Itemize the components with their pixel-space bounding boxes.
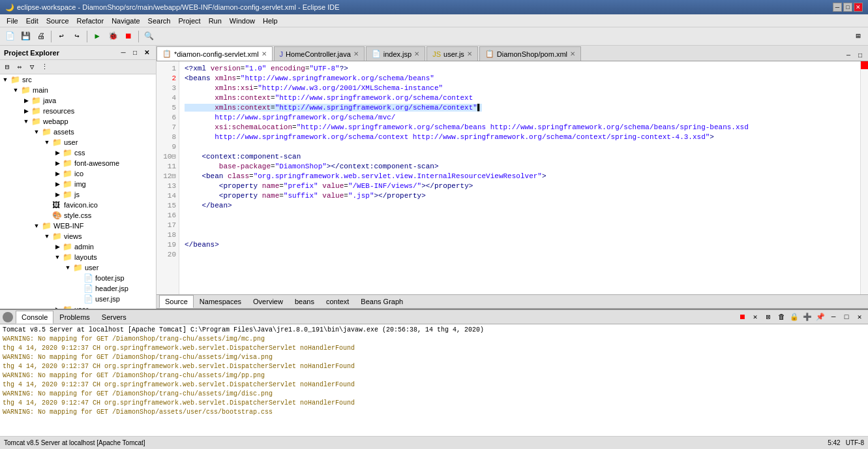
link-editor-btn[interactable]: ⇔: [14, 61, 25, 73]
tab-diamon-config-label: *diamon-config-servlet.xml: [174, 50, 259, 58]
tab-beans[interactable]: beans: [289, 295, 320, 308]
minimize-console-btn[interactable]: ─: [828, 311, 839, 323]
tab-pom-label: DiamonShop/pom.xml: [497, 50, 567, 58]
tree-item-resources[interactable]: ▶ 📁 resources: [0, 106, 156, 116]
console-content: Tomcat v8.5 Server at localhost [Apache …: [0, 324, 868, 436]
tab-pom[interactable]: 📋 DiamonShop/pom.xml ✕: [479, 46, 581, 61]
tree-item-views[interactable]: ▼ 📁 views: [0, 231, 156, 241]
minimize-panel-btn[interactable]: ─: [118, 48, 128, 58]
tree-item-js[interactable]: ▶ 📁 js: [0, 189, 156, 200]
close-console-btn[interactable]: ✕: [854, 311, 865, 323]
code-content[interactable]: <?xml version="1.0" encoding="UTF-8"?> <…: [179, 61, 860, 294]
project-explorer-header: Project Explorer ─ □ ✕: [0, 46, 156, 60]
tab-user-js[interactable]: JS user.js ✕: [427, 46, 478, 61]
title-bar-controls[interactable]: ─ □ ✕: [833, 3, 863, 12]
tree-item-user-layout[interactable]: ▼ 📁 user: [0, 262, 156, 273]
menu-help[interactable]: Help: [259, 16, 282, 25]
maximize-btn[interactable]: □: [843, 3, 852, 12]
tab-bar: 📋 *diamon-config-servlet.xml ✕ J HomeCon…: [157, 46, 868, 61]
tree-item-admin[interactable]: ▶ 📁 admin: [0, 241, 156, 252]
minimize-btn[interactable]: ─: [833, 3, 842, 12]
tree-item-font-awesome[interactable]: ▶ 📁 font-awesome: [0, 158, 156, 168]
menu-project[interactable]: Project: [174, 16, 204, 25]
clear-btn[interactable]: 🗑: [775, 311, 787, 323]
console-line-3: WARNING: No mapping for GET /DiamonShop/…: [3, 353, 865, 362]
terminate-btn[interactable]: ⏹: [736, 311, 748, 323]
menu-refactor[interactable]: Refactor: [73, 16, 108, 25]
tree-item-webapp[interactable]: ▼ 📁 webapp: [0, 116, 156, 127]
tree-item-header[interactable]: ▶ 📄 header.jsp: [0, 283, 156, 294]
menu-file[interactable]: File: [3, 16, 22, 25]
tree-item-main[interactable]: ▼ 📁 main: [0, 85, 156, 95]
close-btn[interactable]: ✕: [854, 3, 863, 12]
tree-item-img[interactable]: ▶ 📁 img: [0, 179, 156, 189]
tab-index-jsp[interactable]: 📄 index.jsp ✕: [366, 46, 425, 61]
console-line-9: WARNING: No mapping for GET /DiamonShop/…: [3, 408, 865, 417]
tab-user-js-close[interactable]: ✕: [467, 50, 472, 57]
new-console-btn[interactable]: ➕: [801, 311, 813, 323]
maximize-panel-btn[interactable]: □: [130, 48, 140, 58]
menu-run[interactable]: Run: [205, 16, 226, 25]
scroll-lock-btn[interactable]: 🔒: [788, 311, 800, 323]
save-btn[interactable]: 💾: [18, 29, 33, 44]
tree-item-user-folder[interactable]: ▼ 📁 user: [0, 137, 156, 147]
perspective-btn[interactable]: ⊞: [851, 29, 865, 44]
tree-item-css[interactable]: ▶ 📁 css: [0, 147, 156, 158]
workspace-area: Project Explorer ─ □ ✕ ⊟ ⇔ ▽ ⋮ ▼ 📁: [0, 46, 868, 309]
problems-tab[interactable]: Problems: [53, 311, 95, 324]
tree-item-user-view[interactable]: ▶ 📁 user: [0, 304, 156, 309]
tree-item-favicon[interactable]: ▶ 🖼 favicon.ico: [0, 200, 156, 210]
tab-home-controller[interactable]: J HomeController.java ✕: [274, 46, 365, 61]
maximize-console-btn[interactable]: □: [841, 311, 852, 323]
close-panel-btn[interactable]: ✕: [142, 48, 152, 58]
status-server: Tomcat v8.5 Server at localhost [Apache …: [4, 439, 145, 446]
dots-btn[interactable]: ⋮: [38, 61, 50, 73]
filter-btn[interactable]: ▽: [26, 61, 38, 73]
tab-source[interactable]: Source: [159, 295, 194, 308]
console-line-7: WARNING: No mapping for GET /DiamonShop/…: [3, 390, 865, 399]
editor-area: 📋 *diamon-config-servlet.xml ✕ J HomeCon…: [157, 46, 868, 309]
tree-item-ico[interactable]: ▶ 📁 ico: [0, 168, 156, 179]
menu-navigate[interactable]: Navigate: [108, 16, 143, 25]
code-editor[interactable]: 1 2 3 4 5 6 7 8 9 10⊟ 11 12⊟ 13 14: [157, 61, 860, 294]
tab-namespaces[interactable]: Namespaces: [194, 295, 247, 308]
tab-diamon-config-close[interactable]: ✕: [262, 50, 267, 57]
menu-edit[interactable]: Edit: [22, 16, 42, 25]
menu-source[interactable]: Source: [42, 16, 73, 25]
editor-minimize-btn[interactable]: ─: [843, 50, 854, 61]
tree-item-src[interactable]: ▼ 📁 src: [0, 74, 156, 85]
search-btn[interactable]: 🔍: [142, 29, 156, 44]
console-tab[interactable]: Console: [16, 311, 53, 324]
undo-btn[interactable]: ↩: [54, 29, 68, 44]
print-btn[interactable]: 🖨: [34, 29, 48, 44]
tree-item-java[interactable]: ▶ 📁 java: [0, 95, 156, 106]
tab-pom-close[interactable]: ✕: [570, 50, 575, 57]
stop-btn[interactable]: ⏹: [121, 29, 136, 44]
servers-tab[interactable]: Servers: [96, 311, 132, 324]
console-btn2[interactable]: ⊠: [762, 311, 774, 323]
tab-home-controller-close[interactable]: ✕: [353, 50, 359, 57]
tree-item-footer[interactable]: ▶ 📄 footer.jsp: [0, 273, 156, 283]
tree-item-user-jsp[interactable]: ▶ 📄 user.jsp: [0, 294, 156, 304]
tab-diamon-config[interactable]: 📋 *diamon-config-servlet.xml ✕: [157, 46, 273, 61]
console-line-server: Tomcat v8.5 Server at localhost [Apache …: [3, 326, 865, 335]
menu-search[interactable]: Search: [144, 16, 175, 25]
sep3: [138, 31, 139, 42]
tree-item-style[interactable]: ▶ 🎨 style.css: [0, 210, 156, 221]
disconnect-btn[interactable]: ✕: [749, 311, 761, 323]
editor-maximize-btn[interactable]: □: [855, 50, 865, 61]
tree-item-layouts[interactable]: ▼ 📁 layouts: [0, 252, 156, 262]
redo-btn[interactable]: ↪: [70, 29, 84, 44]
new-btn[interactable]: 📄: [3, 29, 17, 44]
tab-overview[interactable]: Overview: [247, 295, 289, 308]
debug-btn[interactable]: 🐞: [106, 29, 120, 44]
tab-beans-graph[interactable]: Beans Graph: [355, 295, 409, 308]
tab-context[interactable]: context: [320, 295, 355, 308]
tab-index-close[interactable]: ✕: [414, 50, 419, 57]
tree-item-assets[interactable]: ▼ 📁 assets: [0, 127, 156, 137]
menu-window[interactable]: Window: [226, 16, 259, 25]
collapse-all-btn[interactable]: ⊟: [1, 61, 13, 73]
run-btn[interactable]: ▶: [90, 29, 104, 44]
tree-item-webinf[interactable]: ▼ 📁 WEB-INF: [0, 221, 156, 231]
pin-btn[interactable]: 📌: [815, 311, 826, 323]
